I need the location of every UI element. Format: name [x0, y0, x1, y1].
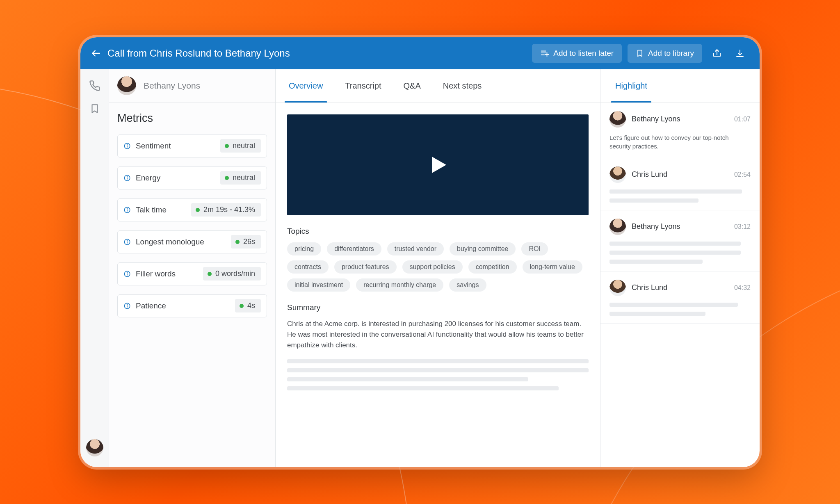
metric-row[interactable]: Sentimentneutral [117, 135, 267, 157]
overview-panel: Overview Transcript Q&A Next steps Topic… [276, 69, 600, 467]
topic-chip[interactable]: support policies [402, 260, 463, 274]
highlight-timestamp: 01:07 [734, 116, 751, 123]
svg-point-26 [127, 304, 128, 305]
nav-calls[interactable] [89, 80, 100, 91]
topic-chip[interactable]: pricing [287, 242, 321, 255]
topic-chip[interactable]: trusted vendor [387, 242, 444, 255]
metrics-title: Metrics [117, 112, 267, 125]
metric-row[interactable]: Energyneutral [117, 166, 267, 189]
highlight-avatar [609, 111, 626, 128]
participant-name: Bethany Lyons [144, 81, 200, 91]
topics-list: pricingdifferentiatorstrusted vendorbuyi… [287, 242, 589, 292]
highlight-item[interactable]: Bethany Lyons03:12 [600, 210, 760, 271]
current-user-avatar[interactable] [86, 439, 103, 456]
highlight-timestamp: 02:54 [734, 171, 751, 178]
topic-chip[interactable]: differentiators [327, 242, 381, 255]
share-button[interactable] [709, 45, 725, 62]
highlight-panel: Highlight Bethany Lyons01:07Let's figure… [600, 69, 760, 467]
listen-later-label: Add to listen later [553, 49, 614, 58]
playlist-add-icon [540, 49, 549, 58]
highlight-name: Chris Lund [632, 170, 728, 179]
tab-transcript[interactable]: Transcript [336, 69, 390, 103]
bookmark-outline-icon [89, 103, 100, 114]
metric-label: Energy [136, 173, 215, 182]
tab-next-steps[interactable]: Next steps [434, 69, 491, 103]
tab-qna[interactable]: Q&A [395, 69, 430, 103]
highlight-item[interactable]: Chris Lund02:54 [600, 158, 760, 210]
highlight-item[interactable]: Chris Lund04:32 [600, 271, 760, 324]
metric-row[interactable]: Filler words0 words/min [117, 262, 267, 285]
topic-chip[interactable]: buying committee [450, 242, 516, 255]
info-icon [123, 270, 131, 278]
summary-text: Chris at the Acme corp. is interested in… [287, 319, 589, 351]
svg-point-11 [127, 144, 128, 145]
svg-marker-27 [432, 157, 446, 173]
highlight-avatar [609, 280, 626, 296]
highlight-avatar [609, 166, 626, 183]
add-to-library-button[interactable]: Add to library [628, 44, 702, 63]
topic-chip[interactable]: ROI [521, 242, 548, 255]
info-icon [123, 142, 131, 150]
highlight-item[interactable]: Bethany Lyons01:07Let's figure out how t… [600, 103, 760, 158]
highlight-avatar [609, 219, 626, 235]
metric-value-badge: neutral [220, 171, 261, 185]
highlight-placeholder [609, 242, 751, 264]
add-to-listen-later-button[interactable]: Add to listen later [532, 44, 622, 63]
metric-value-badge: 26s [231, 235, 261, 249]
summary-heading: Summary [287, 303, 589, 312]
highlight-name: Chris Lund [632, 283, 728, 292]
tab-overview[interactable]: Overview [280, 69, 332, 103]
topic-chip[interactable]: long-term value [523, 260, 582, 274]
nav-bookmarks[interactable] [89, 103, 100, 114]
metric-row[interactable]: Talk time2m 19s - 41.3% [117, 198, 267, 221]
highlight-tabs: Highlight [600, 69, 760, 103]
participant-avatar [117, 76, 136, 95]
download-icon [735, 48, 745, 58]
info-icon [123, 206, 131, 214]
topic-chip[interactable]: product features [334, 260, 397, 274]
bookmark-icon [636, 49, 644, 58]
highlight-name: Bethany Lyons [632, 222, 728, 231]
topics-heading: Topics [287, 227, 589, 236]
highlight-timestamp: 04:32 [734, 284, 751, 292]
highlight-timestamp: 03:12 [734, 223, 751, 230]
participant-header: Bethany Lyons [109, 69, 275, 103]
highlight-placeholder [609, 189, 751, 203]
app-window: Call from Chris Roslund to Bethany Lyons… [80, 37, 760, 467]
summary-placeholder [287, 359, 589, 390]
tab-highlight[interactable]: Highlight [606, 69, 656, 103]
header-bar: Call from Chris Roslund to Bethany Lyons… [80, 37, 760, 69]
svg-point-20 [127, 240, 128, 241]
page-title: Call from Chris Roslund to Bethany Lyons [107, 48, 290, 59]
play-icon [426, 153, 450, 177]
back-button[interactable] [88, 45, 104, 62]
topic-chip[interactable]: initial investment [287, 278, 350, 292]
info-icon [123, 174, 131, 182]
highlight-text: Let's figure out how to convey our top-n… [609, 133, 751, 151]
add-library-label: Add to library [648, 49, 694, 58]
metric-row[interactable]: Longest monologue26s [117, 230, 267, 253]
metric-value-badge: neutral [220, 139, 261, 153]
metric-label: Patience [136, 301, 230, 310]
topic-chip[interactable]: contracts [287, 260, 329, 274]
info-icon [123, 238, 131, 246]
topic-chip[interactable]: recurring monthly charge [356, 278, 443, 292]
highlight-placeholder [609, 303, 751, 316]
phone-icon [89, 80, 100, 91]
metric-row[interactable]: Patience4s [117, 294, 267, 317]
video-player[interactable] [287, 114, 589, 215]
download-button[interactable] [732, 45, 748, 62]
svg-point-17 [127, 208, 128, 209]
nav-rail [80, 69, 109, 467]
topic-chip[interactable]: competition [468, 260, 517, 274]
info-icon [123, 302, 131, 310]
metric-label: Sentiment [136, 141, 215, 151]
metric-label: Filler words [136, 269, 198, 278]
metric-value-badge: 4s [235, 299, 261, 312]
highlight-name: Bethany Lyons [632, 115, 728, 123]
topic-chip[interactable]: savings [449, 278, 486, 292]
metric-label: Longest monologue [136, 237, 226, 246]
share-icon [712, 48, 722, 58]
metric-value-badge: 0 words/min [203, 267, 261, 281]
metrics-panel: Bethany Lyons Metrics SentimentneutralEn… [109, 69, 276, 467]
